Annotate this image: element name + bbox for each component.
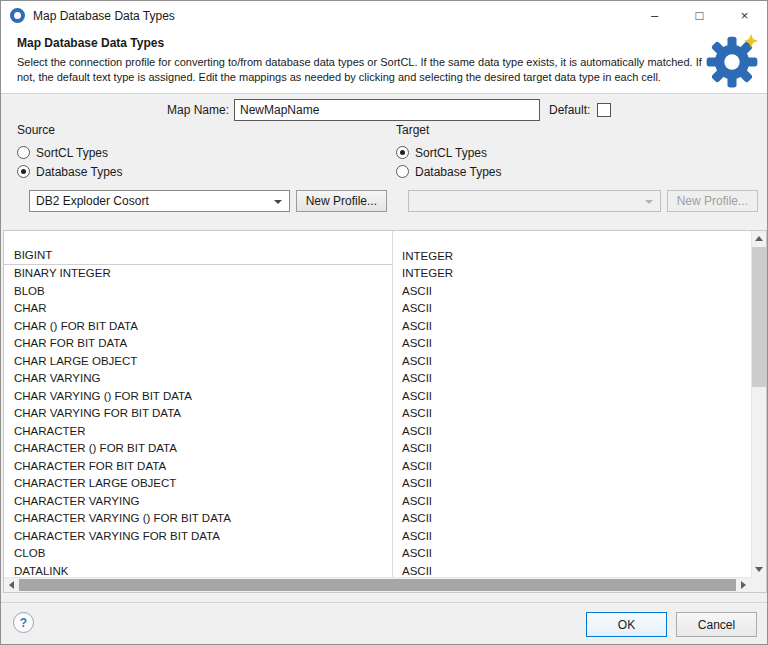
source-type-cell[interactable]: CHARACTER VARYING xyxy=(4,492,392,510)
target-profile-dropdown xyxy=(408,190,661,212)
vertical-scrollbar[interactable] xyxy=(751,231,766,577)
radio-label: SortCL Types xyxy=(30,146,108,160)
chevron-down-icon xyxy=(645,200,653,204)
close-button[interactable]: × xyxy=(722,1,767,30)
source-type-cell[interactable]: BLOB xyxy=(4,282,392,300)
table-row[interactable]: CHARACTER ASCII xyxy=(4,422,751,440)
radio-icon[interactable] xyxy=(17,165,30,178)
source-type-cell[interactable]: CHARACTER VARYING () FOR BIT DATA xyxy=(4,510,392,528)
target-type-cell[interactable]: ASCII xyxy=(392,352,751,370)
source-type-cell[interactable]: CHAR FOR BIT DATA xyxy=(4,335,392,353)
vertical-scrollbar-thumb[interactable] xyxy=(752,247,766,387)
table-row[interactable]: CHARACTER VARYING ASCII xyxy=(4,492,751,510)
source-type-cell[interactable]: DATALINK xyxy=(4,562,392,577)
table-row[interactable]: CHAR VARYING ASCII xyxy=(4,370,751,388)
target-type-cell[interactable]: INTEGER xyxy=(392,265,751,283)
ok-button[interactable]: OK xyxy=(586,612,667,637)
target-group-label: Target xyxy=(396,123,758,137)
minimize-button[interactable]: – xyxy=(632,1,677,30)
source-type-cell[interactable]: BIGINT xyxy=(4,247,392,265)
radio-icon[interactable] xyxy=(396,146,409,159)
window-controls: – □ × xyxy=(632,1,767,30)
map-database-data-types-dialog: Map Database Data Types – □ × Map Databa… xyxy=(0,0,768,645)
horizontal-scrollbar-thumb[interactable] xyxy=(19,579,736,591)
source-type-cell[interactable]: CLOB xyxy=(4,545,392,563)
table-row[interactable]: CHAR VARYING FOR BIT DATA ASCII xyxy=(4,405,751,423)
table-row[interactable]: CHAR () FOR BIT DATA ASCII xyxy=(4,317,751,335)
radio-icon[interactable] xyxy=(17,146,30,159)
target-type-cell[interactable]: ASCII xyxy=(392,527,751,545)
table-row[interactable]: CHAR FOR BIT DATA ASCII xyxy=(4,335,751,353)
target-type-cell[interactable]: ASCII xyxy=(392,440,751,458)
gear-icon xyxy=(703,33,761,91)
horizontal-scrollbar[interactable] xyxy=(4,577,751,592)
target-type-cell[interactable]: ASCII xyxy=(392,510,751,528)
radio-label: Database Types xyxy=(409,165,502,179)
mapping-table: BIGINT INTEGER BINARY INTEGER INTEGER BL… xyxy=(3,230,767,593)
source-type-cell[interactable]: CHAR xyxy=(4,300,392,318)
source-type-cell[interactable]: BINARY INTEGER xyxy=(4,265,392,283)
table-row[interactable]: CHARACTER VARYING () FOR BIT DATA ASCII xyxy=(4,510,751,528)
target-type-cell[interactable]: ASCII xyxy=(392,282,751,300)
radio-icon[interactable] xyxy=(396,165,409,178)
default-checkbox[interactable] xyxy=(597,103,611,117)
target-type-cell[interactable]: ASCII xyxy=(392,545,751,563)
cancel-button[interactable]: Cancel xyxy=(676,612,757,637)
target-type-cell[interactable]: ASCII xyxy=(392,457,751,475)
target-type-cell[interactable]: ASCII xyxy=(392,562,751,577)
chevron-down-icon xyxy=(274,200,282,204)
source-radio-database-types[interactable]: Database Types xyxy=(17,162,387,181)
table-row[interactable]: BINARY INTEGER INTEGER xyxy=(4,265,751,283)
scroll-up-arrow-icon[interactable] xyxy=(752,231,766,246)
window-title: Map Database Data Types xyxy=(33,9,175,23)
dialog-banner: Map Database Data Types Select the conne… xyxy=(1,30,767,94)
table-row[interactable]: CHARACTER VARYING FOR BIT DATA ASCII xyxy=(4,527,751,545)
table-row[interactable]: CLOB ASCII xyxy=(4,545,751,563)
target-type-cell[interactable]: ASCII xyxy=(392,387,751,405)
target-type-cell[interactable]: ASCII xyxy=(392,422,751,440)
table-row[interactable]: DATALINK ASCII xyxy=(4,562,751,577)
source-type-cell[interactable]: CHARACTER VARYING FOR BIT DATA xyxy=(4,527,392,545)
titlebar: Map Database Data Types – □ × xyxy=(1,1,767,30)
table-row[interactable]: CHAR VARYING () FOR BIT DATA ASCII xyxy=(4,387,751,405)
table-row[interactable]: BLOB ASCII xyxy=(4,282,751,300)
table-row[interactable]: CHARACTER LARGE OBJECT ASCII xyxy=(4,475,751,493)
source-type-cell[interactable]: CHARACTER LARGE OBJECT xyxy=(4,475,392,493)
source-profile-row: DB2 Exploder Cosort New Profile... xyxy=(29,190,387,212)
help-button[interactable]: ? xyxy=(13,612,34,633)
source-type-cell[interactable]: CHARACTER FOR BIT DATA xyxy=(4,457,392,475)
target-type-cell[interactable]: ASCII xyxy=(392,317,751,335)
source-new-profile-button[interactable]: New Profile... xyxy=(296,190,387,212)
target-type-cell[interactable]: ASCII xyxy=(392,335,751,353)
target-type-cell[interactable]: ASCII xyxy=(392,475,751,493)
source-profile-dropdown[interactable]: DB2 Exploder Cosort xyxy=(29,190,290,212)
source-type-cell[interactable]: CHAR VARYING FOR BIT DATA xyxy=(4,405,392,423)
scroll-right-arrow-icon[interactable] xyxy=(736,578,751,592)
target-radio-sortcl-types[interactable]: SortCL Types xyxy=(396,143,758,162)
source-type-cell[interactable]: CHAR VARYING xyxy=(4,370,392,388)
target-type-cell[interactable]: ASCII xyxy=(392,492,751,510)
source-type-cell[interactable]: CHAR VARYING () FOR BIT DATA xyxy=(4,387,392,405)
maximize-button[interactable]: □ xyxy=(677,1,722,30)
map-name-input[interactable] xyxy=(234,99,540,121)
scroll-left-arrow-icon[interactable] xyxy=(4,578,19,592)
target-type-cell[interactable]: INTEGER xyxy=(392,247,751,265)
source-type-cell[interactable]: CHAR () FOR BIT DATA xyxy=(4,317,392,335)
target-type-cell[interactable]: ASCII xyxy=(392,370,751,388)
scroll-down-arrow-icon[interactable] xyxy=(752,562,766,577)
banner-description: Select the connection profile for conver… xyxy=(17,55,707,85)
table-row[interactable]: CHARACTER () FOR BIT DATA ASCII xyxy=(4,440,751,458)
target-type-cell[interactable]: ASCII xyxy=(392,405,751,423)
source-radio-sortcl-types[interactable]: SortCL Types xyxy=(17,143,387,162)
table-row[interactable]: CHAR ASCII xyxy=(4,300,751,318)
target-type-cell[interactable]: ASCII xyxy=(392,300,751,318)
source-type-cell[interactable]: CHAR LARGE OBJECT xyxy=(4,352,392,370)
table-row[interactable]: CHARACTER FOR BIT DATA ASCII xyxy=(4,457,751,475)
default-label: Default: xyxy=(549,99,590,121)
source-type-cell[interactable]: CHARACTER xyxy=(4,422,392,440)
target-group: Target SortCL Types Database Types New P… xyxy=(396,123,758,212)
target-radio-database-types[interactable]: Database Types xyxy=(396,162,758,181)
table-row[interactable]: CHAR LARGE OBJECT ASCII xyxy=(4,352,751,370)
source-type-cell[interactable]: CHARACTER () FOR BIT DATA xyxy=(4,440,392,458)
table-row[interactable]: BIGINT INTEGER xyxy=(4,247,751,265)
